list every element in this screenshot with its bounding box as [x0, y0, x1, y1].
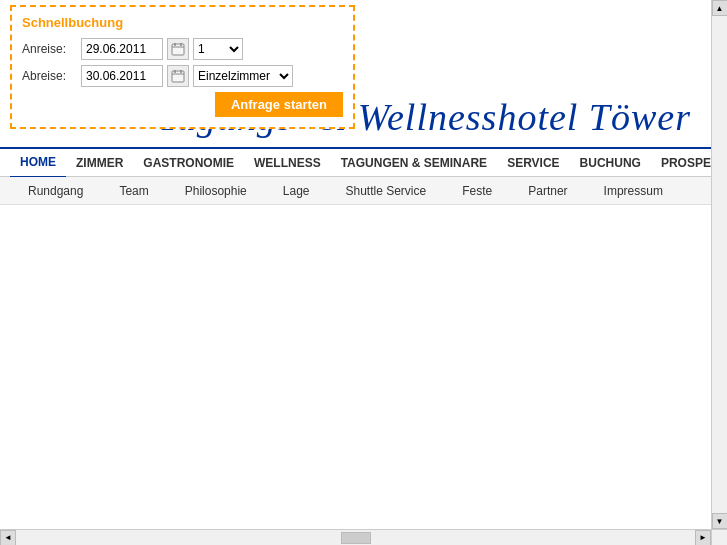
anreise-input[interactable] [81, 38, 163, 60]
nav-buchung[interactable]: BUCHUNG [570, 148, 651, 178]
svg-rect-4 [172, 71, 184, 82]
scroll-down-button[interactable]: ▼ [712, 513, 728, 529]
scrollbar-bottom: ◄ ► [0, 529, 711, 545]
anreise-row: Anreise: 1 2 3 4 5 [22, 38, 343, 60]
nav-gastronomie[interactable]: GASTRONOMIE [133, 148, 244, 178]
room-type-select[interactable]: Einzelzimmer Doppelzimmer Suite [193, 65, 293, 87]
scrollbar-corner [711, 529, 727, 545]
scroll-left-button[interactable]: ◄ [0, 530, 16, 546]
svg-rect-0 [172, 44, 184, 55]
subnav-team[interactable]: Team [101, 177, 166, 205]
nav-service[interactable]: SERVICE [497, 148, 569, 178]
nav-wellness[interactable]: WELLNESS [244, 148, 331, 178]
content-area [0, 205, 711, 529]
subnav-philosophie[interactable]: Philosophie [167, 177, 265, 205]
anreise-calendar-icon[interactable] [167, 38, 189, 60]
main-content: Schnellbuchung Anreise: 1 2 3 4 5 Ab [0, 0, 711, 529]
subnav-shuttle[interactable]: Shuttle Service [327, 177, 444, 205]
subnav-feste[interactable]: Feste [444, 177, 510, 205]
schnellbuchung-widget: Schnellbuchung Anreise: 1 2 3 4 5 Ab [10, 5, 355, 129]
num-select[interactable]: 1 2 3 4 5 [193, 38, 243, 60]
anreise-label: Anreise: [22, 42, 77, 56]
nav-prospekt[interactable]: PROSPEKT [651, 148, 711, 178]
abreise-row: Abreise: Einzelzimmer Doppelzimmer Suite [22, 65, 343, 87]
scroll-bottom-track[interactable] [16, 530, 695, 546]
sub-navigation: Rundgang Team Philosophie Lage Shuttle S… [0, 177, 711, 205]
nav-zimmer[interactable]: ZIMMER [66, 148, 133, 178]
nav-home[interactable]: HOME [10, 148, 66, 178]
abreise-calendar-icon[interactable] [167, 65, 189, 87]
scroll-right-button[interactable]: ► [695, 530, 711, 546]
subnav-lage[interactable]: Lage [265, 177, 328, 205]
abreise-label: Abreise: [22, 69, 77, 83]
nav-tagungen[interactable]: TAGUNGEN & SEMINARE [331, 148, 497, 178]
abreise-input[interactable] [81, 65, 163, 87]
anfrage-button[interactable]: Anfrage starten [215, 92, 343, 117]
scroll-thumb[interactable] [341, 532, 371, 544]
main-navigation: HOME ZIMMER GASTRONOMIE WELLNESS TAGUNGE… [0, 147, 711, 177]
subnav-impressum[interactable]: Impressum [586, 177, 681, 205]
scrollbar-right: ▲ ▼ [711, 0, 727, 529]
subnav-rundgang[interactable]: Rundgang [10, 177, 101, 205]
subnav-partner[interactable]: Partner [510, 177, 585, 205]
schnellbuchung-title: Schnellbuchung [22, 15, 343, 30]
scroll-right-track[interactable] [712, 16, 728, 513]
scroll-up-button[interactable]: ▲ [712, 0, 728, 16]
